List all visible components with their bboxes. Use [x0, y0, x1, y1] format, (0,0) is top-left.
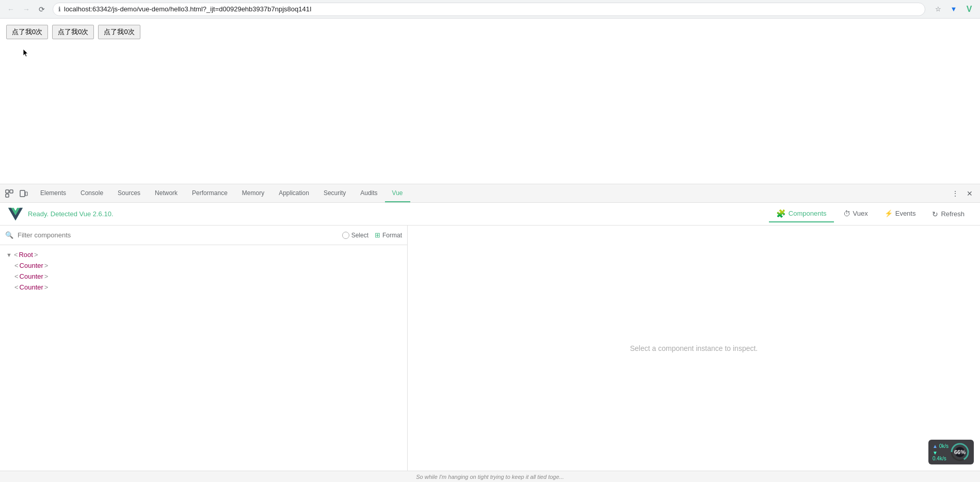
vue-filter-bar: 🔍 Select ⊞ Format	[0, 226, 407, 245]
vue-logo	[8, 207, 23, 221]
devtools-tab-right: ⋮ ✕	[949, 184, 980, 202]
inspect-element-button[interactable]	[3, 187, 15, 200]
root-arrow-icon: ▼	[6, 252, 12, 258]
bottom-hint: So while I'm hanging on tight trying to …	[0, 471, 980, 482]
up-arrow-icon: ▲	[933, 443, 938, 449]
devtools-tabbar: Elements Console Sources Network Perform…	[0, 184, 980, 203]
select-circle-icon	[342, 232, 349, 239]
vuex-icon: ⏱	[843, 210, 850, 218]
counter-button-3[interactable]: 点了我0次	[98, 25, 140, 39]
devtools-panel: Elements Console Sources Network Perform…	[0, 184, 980, 482]
page-content: 点了我0次 点了我0次 点了我0次	[0, 19, 980, 184]
page-buttons: 点了我0次 点了我0次 点了我0次	[6, 25, 974, 39]
tree-counter-item-3[interactable]: <Counter>	[0, 282, 407, 293]
vue-right-panel: Select a component instance to inspect. …	[408, 226, 980, 471]
tab-vue[interactable]: Vue	[385, 184, 410, 202]
vue-refresh-button[interactable]: ↻ Refresh	[925, 207, 972, 221]
svg-rect-4	[25, 192, 27, 196]
counter-button-1[interactable]: 点了我0次	[6, 25, 48, 39]
components-icon: 🧩	[776, 209, 786, 218]
vue-left-panel: 🔍 Select ⊞ Format ▼ <Root>	[0, 226, 408, 471]
counter-button-2[interactable]: 点了我0次	[52, 25, 94, 39]
tab-performance[interactable]: Performance	[185, 184, 235, 202]
filter-input[interactable]	[18, 231, 338, 239]
tab-memory[interactable]: Memory	[235, 184, 271, 202]
performance-monitor: ▲ 0k/s ▼ 0.4k/s 66%	[928, 440, 974, 464]
vue-body: 🔍 Select ⊞ Format ▼ <Root>	[0, 226, 980, 471]
tree-counter-item-1[interactable]: <Counter>	[0, 260, 407, 271]
cursor-indicator	[23, 49, 29, 58]
device-toolbar-button[interactable]	[18, 187, 30, 200]
perf-down-value: 0.4k/s	[933, 456, 946, 461]
svg-rect-2	[6, 194, 9, 197]
vue-toolbar: Ready. Detected Vue 2.6.10. 🧩 Components…	[0, 203, 980, 226]
profile-button[interactable]: ▼	[947, 3, 960, 16]
tree-root-item[interactable]: ▼ <Root>	[0, 249, 407, 260]
back-button[interactable]: ←	[4, 3, 18, 16]
tab-console[interactable]: Console	[73, 184, 110, 202]
perf-stats: ▲ 0k/s ▼ 0.4k/s	[933, 443, 950, 461]
format-button[interactable]: ⊞ Format	[375, 231, 402, 239]
reload-button[interactable]: ⟳	[35, 3, 49, 16]
devtools-close-button[interactable]: ✕	[963, 187, 976, 200]
select-button[interactable]: Select	[342, 232, 368, 239]
filter-search-icon: 🔍	[5, 231, 13, 239]
svg-rect-0	[6, 190, 9, 193]
lock-icon: ℹ	[58, 6, 61, 13]
tree-counter-item-2[interactable]: <Counter>	[0, 271, 407, 282]
refresh-icon: ↻	[932, 210, 938, 218]
bookmark-button[interactable]: ☆	[931, 3, 945, 16]
vue-tab-components[interactable]: 🧩 Components	[769, 206, 834, 222]
svg-rect-3	[20, 190, 25, 197]
gauge-label: 66%	[954, 449, 966, 455]
vue-ready-text: Ready. Detected Vue 2.6.10.	[28, 210, 769, 218]
tab-elements[interactable]: Elements	[33, 184, 73, 202]
format-icon: ⊞	[375, 231, 380, 239]
inspect-hint-text: Select a component instance to inspect.	[630, 344, 758, 352]
vue-tab-events[interactable]: ⚡ Events	[877, 206, 923, 221]
vue-toolbar-right: 🧩 Components ⏱ Vuex ⚡ Events ↻ Refresh	[769, 206, 972, 222]
filter-actions: Select ⊞ Format	[342, 231, 402, 239]
tab-audits[interactable]: Audits	[353, 184, 384, 202]
address-bar[interactable]: ℹ localhost:63342/js-demo/vue-demo/hello…	[53, 3, 925, 16]
down-arrow-icon: ▼	[933, 450, 938, 456]
tab-security[interactable]: Security	[316, 184, 353, 202]
perf-up-value: 0k/s	[939, 443, 949, 449]
browser-actions: ☆ ▼ V	[931, 3, 976, 16]
extension-button[interactable]: V	[962, 3, 976, 16]
devtools-icons	[0, 184, 33, 202]
devtools-more-button[interactable]: ⋮	[949, 187, 961, 200]
url-text: localhost:63342/js-demo/vue-demo/hello3.…	[64, 5, 312, 13]
tab-application[interactable]: Application	[271, 184, 316, 202]
svg-rect-1	[10, 190, 13, 193]
perf-gauge: 66%	[950, 442, 970, 462]
devtools-tab-list: Elements Console Sources Network Perform…	[33, 184, 410, 202]
perf-upload: ▲ 0k/s	[933, 443, 950, 449]
tab-sources[interactable]: Sources	[110, 184, 148, 202]
browser-chrome: ← → ⟳ ℹ localhost:63342/js-demo/vue-demo…	[0, 0, 980, 19]
vue-tab-vuex[interactable]: ⏱ Vuex	[836, 206, 875, 222]
events-icon: ⚡	[885, 210, 893, 217]
tab-network[interactable]: Network	[148, 184, 185, 202]
perf-download: ▼ 0.4k/s	[933, 450, 950, 461]
nav-buttons: ← → ⟳	[4, 3, 49, 16]
component-tree: ▼ <Root> <Counter> <Counter> <Counter>	[0, 245, 407, 471]
forward-button[interactable]: →	[20, 3, 33, 16]
